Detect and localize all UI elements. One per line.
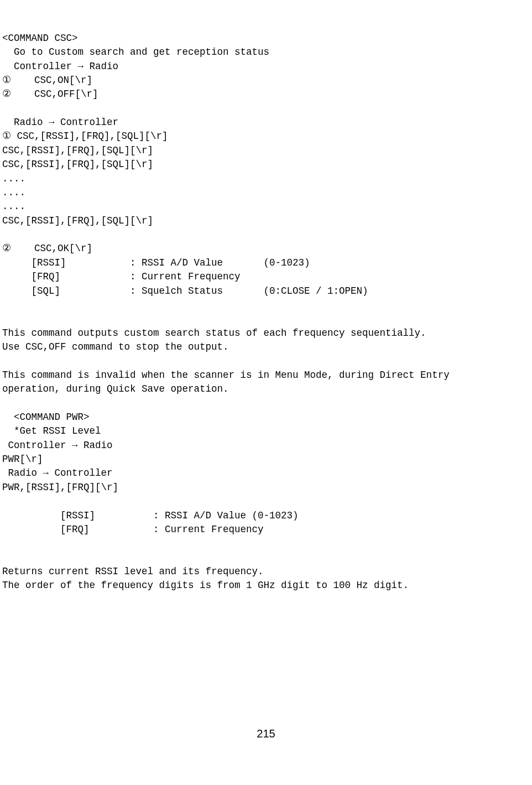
- param-sql: [SQL] : Squelch Status (0:CLOSE / 1:OPEN…: [2, 285, 368, 297]
- csc-description: operation, during Quick Save operation.: [2, 383, 229, 394]
- csc-description: Use CSC,OFF command to stop the output.: [2, 341, 229, 352]
- csc-ok-response: ② CSC,OK[\r]: [2, 243, 92, 254]
- pwr-command-header: <COMMAND PWR>: [2, 412, 90, 423]
- param-rssi: [RSSI] : RSSI A/D Value (0-1023): [2, 257, 310, 268]
- ellipsis: ....: [2, 173, 25, 184]
- param-rssi: [RSSI] : RSSI A/D Value (0-1023): [2, 510, 299, 521]
- ellipsis: ....: [2, 201, 25, 212]
- csc-cmd-off: ② CSC,OFF[\r]: [2, 89, 98, 100]
- csc-command-header: <COMMAND CSC>: [2, 33, 78, 44]
- csc-response-line: CSC,[RSSI],[FRQ],[SQL][\r]: [2, 159, 153, 170]
- pwr-description: Returns current RSSI level and its frequ…: [2, 566, 264, 577]
- pwr-controller-to-radio: Controller → Radio: [2, 440, 113, 451]
- csc-title: Go to Custom search and get reception st…: [2, 46, 269, 58]
- csc-controller-to-radio: Controller → Radio: [2, 61, 118, 72]
- csc-radio-to-controller: Radio → Controller: [2, 117, 118, 128]
- pwr-radio-to-controller: Radio → Controller: [2, 467, 113, 479]
- csc-response-line: ① CSC,[RSSI],[FRQ],[SQL][\r]: [2, 131, 168, 142]
- ellipsis: ....: [2, 187, 25, 198]
- page-number: 215: [2, 726, 530, 742]
- csc-response-line: CSC,[RSSI],[FRQ],[SQL][\r]: [2, 145, 153, 156]
- param-frq: [FRQ] : Current Frequency: [2, 271, 241, 282]
- csc-description: This command is invalid when the scanner…: [2, 370, 450, 381]
- csc-description: This command outputs custom search statu…: [2, 327, 426, 339]
- pwr-title: *Get RSSI Level: [2, 425, 101, 436]
- pwr-response: PWR,[RSSI],[FRQ][\r]: [2, 482, 118, 493]
- param-frq: [FRQ] : Current Frequency: [2, 524, 264, 535]
- csc-cmd-on: ① CSC,ON[\r]: [2, 75, 92, 86]
- csc-response-line: CSC,[RSSI],[FRQ],[SQL][\r]: [2, 215, 153, 226]
- pwr-description: The order of the frequency digits is fro…: [2, 580, 409, 591]
- pwr-cmd: PWR[\r]: [2, 454, 43, 465]
